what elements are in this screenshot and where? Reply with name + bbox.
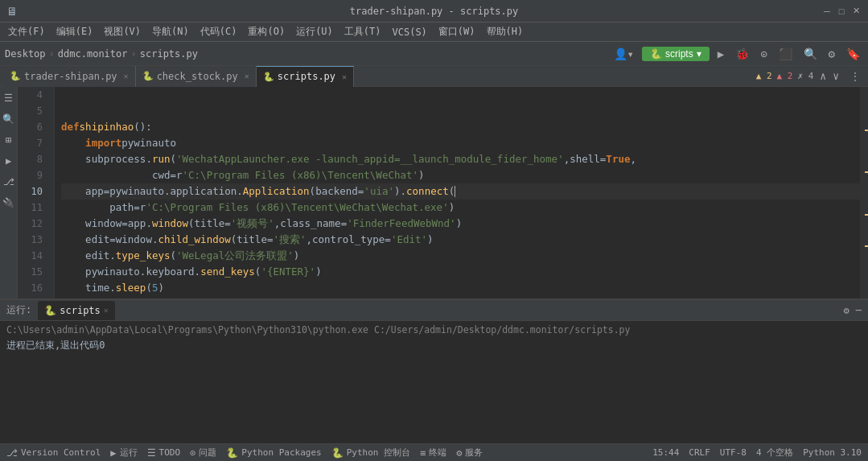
tab-trader-shipan[interactable]: 🐍 trader-shipan.py ✕ (3, 66, 136, 87)
todo-label: TODO (159, 447, 181, 458)
editor-container: ☰ 🔍 ⊞ ▶ ⎇ 🔌 4 5 6 7 8 9 10 11 12 13 14 1… (0, 87, 868, 298)
marker-warn1 (865, 130, 868, 131)
settings-button[interactable]: ⚙ (825, 46, 838, 62)
status-version-control[interactable]: ⎇ Version Control (6, 447, 101, 459)
tabs: 🐍 trader-shipan.py ✕ 🐍 check_stock.py ✕ … (3, 66, 354, 87)
activity-run[interactable]: ▶ (1, 153, 17, 169)
panel-tabs: 运行: 🐍 scripts ✕ (6, 301, 115, 320)
stop-button[interactable]: ⬛ (775, 46, 796, 62)
breadcrumb-module[interactable]: ddmc.monitor (58, 48, 128, 60)
tab-icon-check: 🐍 (142, 71, 154, 81)
line-num-14: 14 (18, 248, 47, 264)
menu-run[interactable]: 运行(U) (291, 23, 338, 40)
tab-close-check[interactable]: ✕ (245, 72, 249, 80)
breadcrumb-file[interactable]: scripts.py (140, 48, 198, 60)
activity-structure[interactable]: ⊞ (1, 132, 17, 148)
console-label: Python 控制台 (347, 447, 410, 459)
indent-label: 4 个空格 (756, 447, 793, 459)
status-run[interactable]: ▶ 运行 (110, 447, 137, 459)
window-title: trader-shipan.py - scripts.py (350, 6, 519, 17)
minimize-button[interactable]: ─ (821, 6, 833, 17)
search-button[interactable]: 🔍 (800, 46, 821, 62)
code-line-17: window.close() (61, 296, 860, 298)
python-version-label: Python 3.10 (803, 447, 862, 458)
code-line-9: cwd=r'C:\Program Files (x86)\Tencent\WeC… (61, 167, 860, 183)
status-todo[interactable]: ☰ TODO (147, 447, 181, 459)
line-num-9: 9 (18, 167, 47, 183)
warning-count[interactable]: ▲ 2 (756, 71, 772, 81)
activity-plugins[interactable]: 🔌 (1, 195, 17, 211)
panel-settings-icon[interactable]: ⚙ (844, 305, 849, 316)
packages-icon: 🐍 (226, 447, 238, 459)
code-area[interactable]: def shipinhao(): import pywinauto subpro… (55, 87, 860, 298)
panel-minimize-icon[interactable]: ─ (856, 305, 862, 316)
close-button[interactable]: ✕ (850, 6, 862, 17)
app-icon: 🖥 (6, 5, 18, 18)
eol-label: CRLF (689, 447, 710, 458)
panel-run-label: 运行: (6, 303, 31, 317)
vcs-icon: ⎇ (6, 447, 18, 459)
info-count[interactable]: ✗ 4 (797, 71, 813, 81)
menu-navigate[interactable]: 导航(N) (147, 23, 194, 40)
line-num-4: 4 (18, 87, 47, 103)
status-services[interactable]: ⚙ 服务 (456, 447, 483, 459)
terminal-icon: ≡ (420, 447, 426, 459)
menu-vcs[interactable]: VCS(S) (388, 25, 432, 39)
panel-tab-scripts[interactable]: 🐍 scripts ✕ (38, 301, 115, 320)
status-python-console[interactable]: 🐍 Python 控制台 (331, 447, 410, 459)
code-line-16: time.sleep(5) (61, 280, 860, 296)
status-encoding[interactable]: UTF-8 (720, 447, 747, 458)
menu-help[interactable]: 帮助(H) (482, 23, 529, 40)
line-num-12: 12 (18, 216, 47, 232)
encoding-label: UTF-8 (720, 447, 747, 458)
vcs-label: Version Control (21, 447, 101, 458)
line-num-11: 11 (18, 200, 47, 216)
status-python-version[interactable]: Python 3.10 (803, 447, 862, 458)
status-terminal[interactable]: ≡ 终端 (420, 447, 446, 459)
nav-down-button[interactable]: ∨ (833, 70, 839, 82)
tab-check-stock[interactable]: 🐍 check_stock.py ✕ (136, 66, 257, 87)
bottom-panel: 运行: 🐍 scripts ✕ ⚙ ─ C:\Users\admin\AppDa… (0, 298, 868, 443)
tab-bar: 🐍 trader-shipan.py ✕ 🐍 check_stock.py ✕ … (0, 66, 868, 87)
run-config-button[interactable]: 🐍 scripts ▾ (642, 47, 710, 61)
bookmark-button[interactable]: 🔖 (843, 46, 863, 62)
packages-label: Python Packages (241, 447, 321, 458)
maximize-button[interactable]: □ (836, 6, 847, 17)
run-chevron: ▾ (697, 48, 701, 60)
menu-refactor[interactable]: 重构(O) (243, 23, 290, 40)
status-indent[interactable]: 4 个空格 (756, 447, 793, 459)
tab-menu-button[interactable]: ⋮ (845, 69, 865, 84)
tab-close-scripts[interactable]: ✕ (342, 72, 347, 81)
code-line-10: app = pywinauto.application.Application(… (61, 183, 860, 200)
panel-tab-close[interactable]: ✕ (104, 306, 109, 315)
code-line-13: edit = window.child_window(title='搜索', c… (61, 232, 860, 248)
tab-scripts[interactable]: 🐍 scripts.py ✕ (257, 66, 354, 87)
menu-window[interactable]: 窗口(W) (434, 23, 480, 40)
activity-files[interactable]: ☰ (1, 90, 17, 106)
panel-tab-label: scripts (60, 305, 101, 316)
breadcrumb-app[interactable]: Desktop (5, 48, 46, 60)
nav-up-button[interactable]: ∧ (820, 70, 826, 82)
run-button[interactable]: ▶ (714, 46, 727, 62)
status-eol[interactable]: CRLF (689, 447, 710, 458)
time-label: 15:44 (652, 447, 679, 458)
menu-view[interactable]: 视图(V) (99, 23, 146, 40)
error-count[interactable]: ▲ 2 (777, 71, 793, 81)
menu-tools[interactable]: 工具(T) (339, 23, 386, 40)
tab-icon-trader: 🐍 (10, 71, 21, 81)
services-icon: ⚙ (456, 447, 462, 459)
activity-search[interactable]: 🔍 (1, 111, 17, 127)
activity-git[interactable]: ⎇ (1, 174, 17, 190)
tab-close-trader[interactable]: ✕ (124, 72, 129, 80)
coverage-button[interactable]: ⊙ (757, 46, 770, 62)
menu-file[interactable]: 文件(F) (3, 23, 50, 40)
status-problems[interactable]: ⊙ 问题 (190, 447, 216, 459)
menu-code[interactable]: 代码(C) (195, 23, 242, 40)
menu-edit[interactable]: 编辑(E) (51, 23, 98, 40)
breadcrumb: Desktop › ddmc.monitor › scripts.py (5, 48, 198, 60)
debug-button[interactable]: 🐞 (732, 46, 752, 62)
panel-controls: ⚙ ─ (844, 305, 862, 316)
user-icon[interactable]: 👤▾ (611, 46, 637, 62)
code-line-12: window = app.window(title='视频号', class_n… (61, 216, 860, 232)
status-python-packages[interactable]: 🐍 Python Packages (226, 447, 321, 459)
